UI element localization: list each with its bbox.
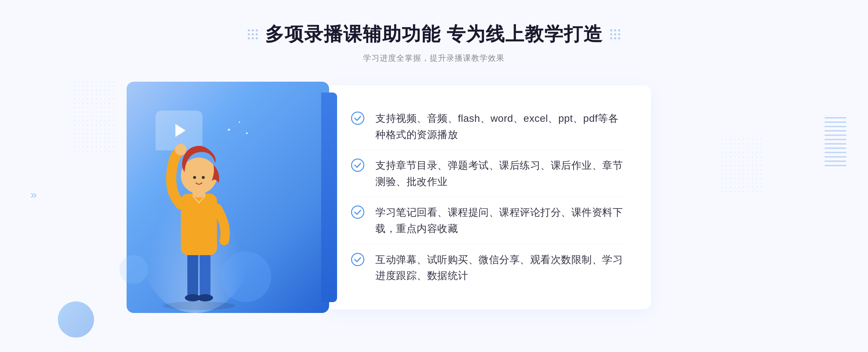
svg-point-6 <box>175 144 187 155</box>
stripe-decoration <box>825 116 846 166</box>
feature-text-4: 互动弹幕、试听购买、微信分享、观看次数限制、学习进度跟踪、数据统计 <box>375 252 626 284</box>
header-section: 多项录播课辅助功能 专为线上教学打造 学习进度全掌握，提升录播课教学效果 <box>248 22 620 64</box>
check-icon-3 <box>351 205 365 219</box>
page-container: » 多项录播课辅助功能 专为线上教学打造 学习进度全掌握，提升录播课教学效果 <box>0 0 868 352</box>
svg-point-14 <box>352 253 364 266</box>
svg-point-12 <box>352 159 364 171</box>
illustration-card <box>127 82 329 313</box>
svg-point-4 <box>197 294 213 301</box>
svg-point-10 <box>202 176 205 179</box>
subtitle: 学习进度全掌握，提升录播课教学效果 <box>248 53 620 64</box>
svg-rect-1 <box>187 248 198 299</box>
svg-point-13 <box>352 206 364 218</box>
title-deco-right <box>610 29 620 39</box>
feature-text-1: 支持视频、音频、flash、word、excel、ppt、pdf等各种格式的资源… <box>375 111 626 143</box>
check-icon-4 <box>351 253 365 266</box>
svg-point-9 <box>193 176 196 179</box>
title-row: 多项录播课辅助功能 专为线上教学打造 <box>248 22 620 47</box>
dots-decoration-left <box>72 80 116 152</box>
circle-deco-2 <box>119 255 148 284</box>
person-illustration <box>145 125 253 313</box>
check-icon-1 <box>351 111 365 125</box>
sparkle-2 <box>239 121 240 123</box>
feature-item-4: 互动弹幕、试听购买、微信分享、观看次数限制、学习进度跟踪、数据统计 <box>351 245 626 291</box>
feature-item-1: 支持视频、音频、flash、word、excel、ppt、pdf等各种格式的资源… <box>351 104 626 150</box>
circle-blue-bottom <box>58 301 94 338</box>
svg-point-0 <box>163 301 235 310</box>
feature-item-3: 学习笔记回看、课程提问、课程评论打分、课件资料下载，重点内容收藏 <box>351 198 626 244</box>
features-card: 支持视频、音频、flash、word、excel、ppt、pdf等各种格式的资源… <box>326 85 651 309</box>
check-icon-2 <box>351 158 365 172</box>
svg-point-11 <box>352 112 364 124</box>
feature-text-2: 支持章节目录、弹题考试、课后练习、课后作业、章节测验、批改作业 <box>375 158 626 190</box>
feature-item-2: 支持章节目录、弹题考试、课后练习、课后作业、章节测验、批改作业 <box>351 151 626 197</box>
title-deco-left <box>248 29 258 39</box>
main-content: 支持视频、音频、flash、word、excel、ppt、pdf等各种格式的资源… <box>127 82 741 313</box>
blue-strip-deco <box>321 93 337 302</box>
chevron-decoration: » <box>30 188 34 201</box>
svg-rect-2 <box>200 248 210 299</box>
main-title: 多项录播课辅助功能 专为线上教学打造 <box>265 22 603 47</box>
feature-text-3: 学习笔记回看、课程提问、课程评论打分、课件资料下载，重点内容收藏 <box>375 205 626 237</box>
